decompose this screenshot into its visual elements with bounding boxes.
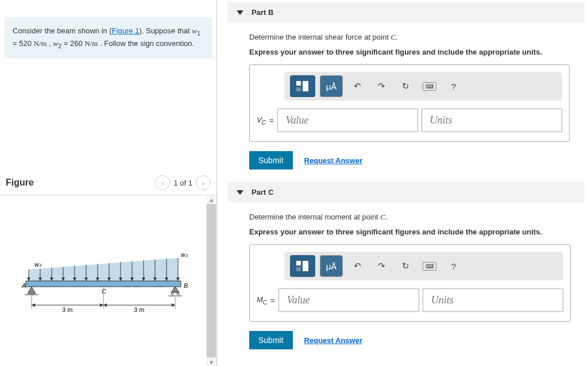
- request-answer-link[interactable]: Request Answer: [304, 156, 362, 165]
- units-tool-button[interactable]: μÅ: [320, 255, 343, 277]
- part-c-prompt: Determine the internal moment at point C…: [249, 213, 585, 222]
- w2-symbol: w: [53, 39, 58, 48]
- figure-next-button[interactable]: ›: [196, 175, 211, 190]
- collapse-icon: [237, 10, 243, 15]
- figure-prev-button[interactable]: ‹: [155, 175, 170, 190]
- w1-units: N/m: [34, 39, 47, 48]
- figure-body: w₂ w₁ A B C 3 m 3 m ▴: [0, 195, 216, 366]
- left-panel: Consider the beam shown in (Figure 1). S…: [0, 0, 217, 366]
- problem-tail: . Follow the sign convention.: [98, 39, 194, 48]
- part-c-header[interactable]: Part C: [227, 182, 585, 202]
- svg-marker-32: [171, 287, 179, 292]
- template-icon: [295, 260, 310, 272]
- keyboard-button[interactable]: ⌨: [420, 258, 439, 274]
- template-tool-button[interactable]: [290, 255, 315, 277]
- w2-units: N/m: [84, 39, 98, 48]
- problem-text-2: ). Suppose that: [139, 26, 189, 35]
- label-w2: w₂: [34, 261, 42, 268]
- part-b-prompt: Determine the internal shear force at po…: [249, 33, 585, 42]
- template-icon: [295, 80, 310, 93]
- svg-rect-47: [296, 87, 301, 91]
- figure-section: Figure ‹ 1 of 1 ›: [0, 171, 216, 366]
- value-separator: ,: [47, 39, 53, 48]
- figure-nav: ‹ 1 of 1 ›: [155, 175, 211, 190]
- w1-symbol: w: [192, 26, 197, 35]
- request-answer-link[interactable]: Request Answer: [304, 336, 362, 345]
- svg-point-34: [177, 292, 179, 295]
- figure-page-indicator: 1 of 1: [173, 179, 192, 187]
- submit-button[interactable]: Submit: [249, 331, 293, 349]
- reset-button[interactable]: ↻: [396, 78, 415, 94]
- keyboard-icon: ⌨: [423, 82, 436, 91]
- variable-mc: MC: [257, 295, 267, 306]
- w1-subscript: 1: [197, 30, 200, 37]
- redo-button[interactable]: ↷: [372, 78, 391, 94]
- part-b-title: Part B: [252, 8, 273, 17]
- part-b-actions: Submit Request Answer: [249, 151, 585, 169]
- part-c-title: Part C: [252, 188, 273, 197]
- submit-button[interactable]: Submit: [249, 151, 293, 169]
- svg-rect-48: [296, 261, 301, 265]
- svg-marker-41: [32, 303, 35, 307]
- figure-title: Figure: [6, 178, 34, 188]
- part-c-instruction: Express your answer to three significant…: [249, 228, 585, 236]
- template-tool-button[interactable]: [290, 75, 315, 97]
- keyboard-button[interactable]: ⌨: [420, 78, 439, 94]
- undo-button[interactable]: ↶: [347, 78, 367, 94]
- part-b-answer-line: VC =: [257, 109, 562, 132]
- part-b-instruction: Express your answer to three significant…: [249, 48, 585, 56]
- reset-button[interactable]: ↻: [396, 258, 415, 274]
- part-c-toolbar: μÅ ↶ ↷ ↻ ⌨ ?: [284, 252, 563, 280]
- value-input[interactable]: [277, 109, 418, 132]
- scroll-thumb[interactable]: [207, 204, 216, 357]
- part-c-answer-line: MC =: [257, 288, 563, 312]
- point-c: C: [380, 213, 385, 221]
- label-b: B: [184, 282, 188, 289]
- svg-rect-29: [26, 281, 181, 287]
- svg-rect-45: [296, 81, 301, 86]
- figure-scrollbar[interactable]: ▴ ▾: [206, 195, 216, 366]
- figure-link[interactable]: Figure 1: [112, 26, 140, 35]
- point-c: C: [390, 33, 396, 41]
- dim-2: 3 m: [134, 306, 144, 313]
- part-b-answer-box: μÅ ↶ ↷ ↻ ⌨ ? VC =: [249, 64, 570, 142]
- units-input[interactable]: [421, 109, 562, 132]
- equals-sign: =: [270, 296, 275, 305]
- units-tool-button[interactable]: μÅ: [320, 75, 343, 97]
- svg-rect-46: [303, 81, 308, 91]
- help-button[interactable]: ?: [444, 78, 463, 94]
- part-c-answer-box: μÅ ↶ ↷ ↻ ⌨ ? MC =: [249, 244, 571, 322]
- part-c-actions: Submit Request Answer: [249, 331, 585, 349]
- equals-sign: =: [269, 116, 274, 125]
- units-input[interactable]: [423, 288, 563, 312]
- help-button[interactable]: ?: [444, 258, 463, 274]
- svg-marker-30: [28, 287, 36, 294]
- part-b-header[interactable]: Part B: [227, 2, 585, 22]
- label-w1: w₁: [181, 251, 188, 258]
- scroll-down-icon[interactable]: ▾: [206, 358, 216, 366]
- label-a: A: [21, 282, 26, 289]
- svg-point-33: [171, 292, 173, 295]
- part-c-body: Determine the internal moment at point C…: [227, 213, 585, 360]
- figure-image-area: w₂ w₁ A B C 3 m 3 m: [0, 195, 206, 366]
- svg-rect-50: [296, 267, 301, 271]
- problem-text-1: Consider the beam shown in (: [13, 26, 112, 35]
- svg-marker-44: [172, 303, 175, 307]
- svg-marker-43: [103, 303, 107, 307]
- scroll-up-icon[interactable]: ▴: [206, 195, 216, 203]
- w1-value: = 520: [13, 39, 34, 48]
- value-input[interactable]: [278, 288, 419, 312]
- beam-diagram: w₂ w₁ A B C 3 m 3 m: [11, 241, 195, 321]
- variable-vc: VC: [257, 115, 266, 126]
- part-b-toolbar: μÅ ↶ ↷ ↻ ⌨ ?: [284, 72, 562, 101]
- svg-marker-42: [100, 303, 103, 307]
- label-c: C: [102, 288, 106, 295]
- dim-1: 3 m: [62, 306, 72, 313]
- collapse-icon: [237, 190, 243, 195]
- redo-button[interactable]: ↷: [372, 258, 391, 274]
- problem-statement: Consider the beam shown in (Figure 1). S…: [5, 17, 212, 59]
- svg-rect-49: [303, 261, 308, 271]
- figure-header: Figure ‹ 1 of 1 ›: [0, 171, 216, 195]
- undo-button[interactable]: ↶: [347, 258, 367, 274]
- keyboard-icon: ⌨: [423, 262, 436, 271]
